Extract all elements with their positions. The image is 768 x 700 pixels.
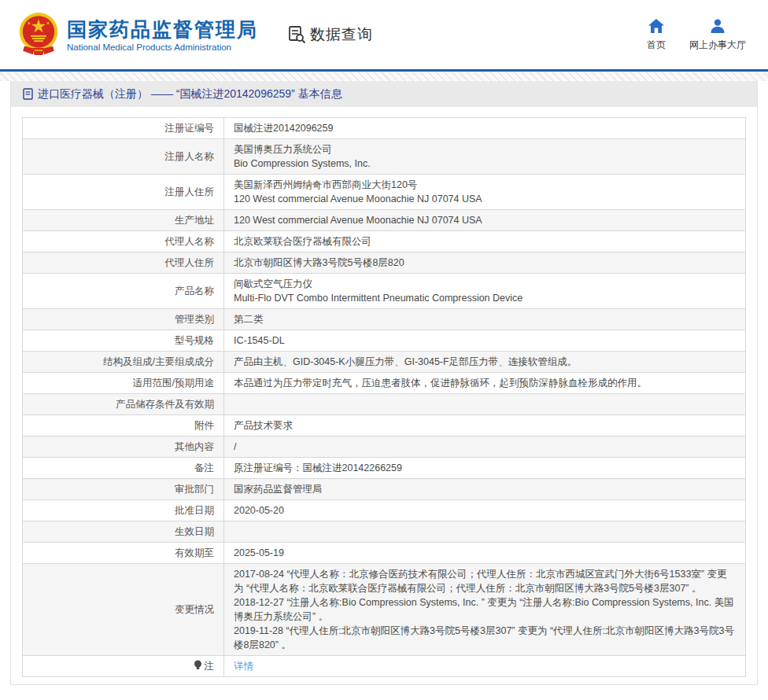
table-row: 生效日期 bbox=[23, 521, 746, 543]
breadcrumb: 进口医疗器械（注册） —— “国械注进20142096259” 基本信息 bbox=[11, 81, 757, 107]
table-row: 审批部门 国家药品监督管理局 bbox=[23, 479, 746, 500]
row-value: 间歇式空气压力仪 Multi-Flo DVT Combo Intermitten… bbox=[224, 274, 746, 309]
nav-home[interactable]: 首页 bbox=[647, 19, 666, 52]
table-row: 代理人名称 北京欧莱联合医疗器械有限公司 bbox=[23, 231, 746, 252]
table-row: 代理人住所 北京市朝阳区博大路3号院5号楼8层820 bbox=[23, 252, 746, 274]
table-row: 附件 产品技术要求 bbox=[23, 415, 746, 437]
row-label: 生效日期 bbox=[23, 521, 224, 543]
row-label: 注册人名称 bbox=[23, 139, 224, 175]
row-value: 国家药品监督管理局 bbox=[224, 479, 746, 500]
row-label: 产品储存条件及有效期 bbox=[23, 394, 224, 415]
table-row: 批准日期 2020-05-20 bbox=[23, 500, 746, 521]
nav-service-hall[interactable]: 网上办事大厅 bbox=[689, 19, 746, 52]
nav-home-label: 首页 bbox=[647, 39, 666, 52]
row-label: 变更情况 bbox=[23, 564, 224, 656]
table-row: 有效期至 2025-05-19 bbox=[23, 543, 746, 564]
table-row: 结构及组成/主要组成成分 产品由主机、GID-3045-K小腿压力带、GI-30… bbox=[23, 352, 746, 373]
bulb-icon bbox=[194, 660, 202, 670]
row-value: 2025-05-19 bbox=[224, 543, 746, 564]
row-value: 产品由主机、GID-3045-K小腿压力带、GI-3045-F足部压力带、连接软… bbox=[224, 352, 746, 373]
row-value: 第二类 bbox=[224, 309, 746, 330]
header-nav: 首页 网上办事大厅 bbox=[647, 19, 746, 52]
site-logo[interactable]: 国家药品监督管理局 National Medical Products Admi… bbox=[17, 12, 258, 57]
row-value: 美国新泽西州姆纳奇市西部商业大街120号 120 West commercial… bbox=[224, 175, 746, 210]
table-row: 注册人名称 美国博奥压力系统公司 Bio Compression Systems… bbox=[23, 139, 746, 175]
nav-service-hall-label: 网上办事大厅 bbox=[689, 39, 746, 52]
row-label: 其他内容 bbox=[23, 437, 224, 458]
table-row: 产品名称 间歇式空气压力仪 Multi-Flo DVT Combo Interm… bbox=[23, 274, 746, 309]
row-value: 北京市朝阳区博大路3号院5号楼8层820 bbox=[224, 252, 746, 274]
row-value bbox=[224, 394, 746, 415]
row-value: / bbox=[224, 437, 746, 458]
row-label: 结构及组成/主要组成成分 bbox=[23, 352, 224, 373]
hatched-background-strip bbox=[0, 72, 768, 81]
site-subtitle: National Medical Products Administration bbox=[67, 42, 258, 52]
detail-table: 注册证编号 国械注进20142096259 注册人名称 美国博奥压力系统公司 B… bbox=[22, 117, 746, 677]
content-panel: 进口医疗器械（注册） —— “国械注进20142096259” 基本信息 注册证… bbox=[10, 81, 758, 685]
row-label: 注册人住所 bbox=[23, 175, 224, 210]
breadcrumb-text: 进口医疗器械（注册） —— “国械注进20142096259” 基本信息 bbox=[38, 87, 342, 101]
row-value bbox=[224, 521, 746, 543]
data-query-label: 数据查询 bbox=[310, 24, 373, 45]
row-label: 生产地址 bbox=[23, 210, 224, 231]
table-row: 生产地址 120 West commercial Avenue Moonachi… bbox=[23, 210, 746, 231]
user-icon bbox=[710, 19, 726, 33]
row-value: 国械注进20142096259 bbox=[224, 118, 746, 139]
detail-link[interactable]: 详情 bbox=[234, 661, 253, 672]
row-label: 代理人住所 bbox=[23, 252, 224, 274]
row-label: 备注 bbox=[23, 458, 224, 479]
logo-text: 国家药品监督管理局 National Medical Products Admi… bbox=[67, 18, 258, 52]
row-label: 审批部门 bbox=[23, 479, 224, 500]
table-row: 产品储存条件及有效期 bbox=[23, 394, 746, 415]
table-row: 适用范围/预期用途 本品通过为压力带定时充气，压迫患者肢体，促进静脉循环，起到预… bbox=[23, 373, 746, 394]
table-row: 注册人住所 美国新泽西州姆纳奇市西部商业大街120号 120 West comm… bbox=[23, 175, 746, 210]
row-label: 注册证编号 bbox=[23, 118, 224, 139]
table-row: 型号规格 IC-1545-DL bbox=[23, 330, 746, 352]
table-row: 变更情况 2017-08-24 “代理人名称：北京修合医药技术有限公司；代理人住… bbox=[23, 564, 746, 656]
row-value: 北京欧莱联合医疗器械有限公司 bbox=[224, 231, 746, 252]
row-value: 美国博奥压力系统公司 Bio Compression Systems, Inc. bbox=[224, 139, 746, 175]
detail-table-container: 注册证编号 国械注进20142096259 注册人名称 美国博奥压力系统公司 B… bbox=[22, 117, 746, 677]
row-value: 产品技术要求 bbox=[224, 415, 746, 437]
national-emblem-icon bbox=[17, 12, 60, 57]
detail-table-body: 注册证编号 国械注进20142096259 注册人名称 美国博奥压力系统公司 B… bbox=[23, 118, 746, 677]
home-icon bbox=[648, 19, 664, 33]
doc-search-icon bbox=[286, 24, 307, 45]
row-value: 本品通过为压力带定时充气，压迫患者肢体，促进静脉循环，起到预防深静脉血栓形成的作… bbox=[224, 373, 746, 394]
table-row: 注 详情 bbox=[23, 656, 746, 677]
row-label: 产品名称 bbox=[23, 274, 224, 309]
row-value: 120 West commercial Avenue Moonachie NJ … bbox=[224, 210, 746, 231]
row-value: 原注册证编号：国械注进20142266259 bbox=[224, 458, 746, 479]
row-value: IC-1545-DL bbox=[224, 330, 746, 352]
row-label: 有效期至 bbox=[23, 543, 224, 564]
document-icon bbox=[23, 88, 33, 100]
row-label: 型号规格 bbox=[23, 330, 224, 352]
row-label: 管理类别 bbox=[23, 309, 224, 330]
table-row: 注册证编号 国械注进20142096259 bbox=[23, 118, 746, 139]
row-label: 适用范围/预期用途 bbox=[23, 373, 224, 394]
data-query-tab[interactable]: 数据查询 bbox=[286, 24, 373, 45]
row-value: 2020-05-20 bbox=[224, 500, 746, 521]
row-label: 附件 bbox=[23, 415, 224, 437]
table-row: 其他内容 / bbox=[23, 437, 746, 458]
row-label: 代理人名称 bbox=[23, 231, 224, 252]
table-row: 管理类别 第二类 bbox=[23, 309, 746, 330]
row-label: 批准日期 bbox=[23, 500, 224, 521]
site-title: 国家药品监督管理局 bbox=[67, 18, 258, 40]
table-row: 备注 原注册证编号：国械注进20142266259 bbox=[23, 458, 746, 479]
site-header: 国家药品监督管理局 National Medical Products Admi… bbox=[0, 0, 768, 69]
row-value: 2017-08-24 “代理人名称：北京修合医药技术有限公司；代理人住所：北京市… bbox=[224, 564, 746, 656]
row-value: 详情 bbox=[224, 656, 746, 677]
row-label: 注 bbox=[23, 656, 224, 677]
